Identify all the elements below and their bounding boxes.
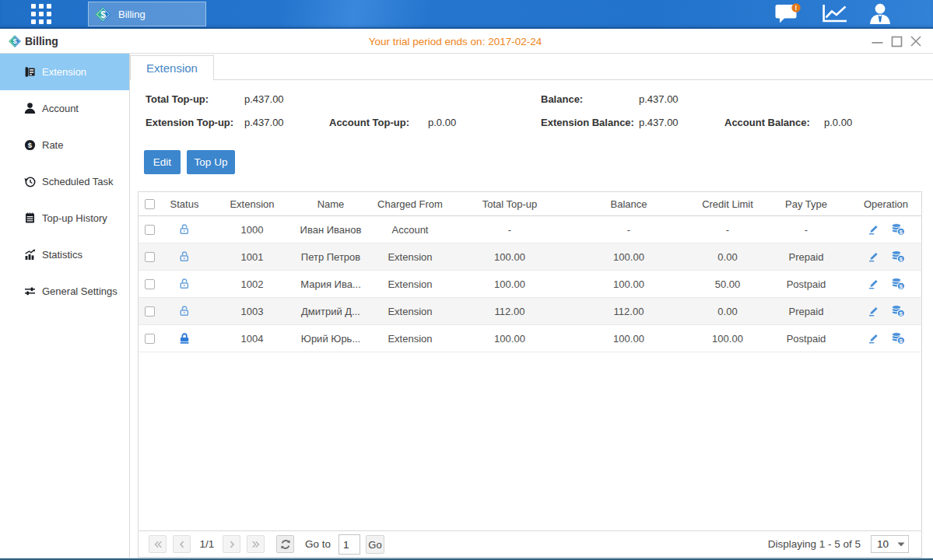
- summary-label-total-topup: Total Top-up:: [146, 92, 209, 107]
- first-page-button[interactable]: [149, 535, 167, 553]
- summary-value-account-balance: p.0.00: [824, 115, 852, 131]
- person-icon: [23, 102, 37, 115]
- history-clock-icon: [23, 175, 37, 188]
- caret-down-icon: [894, 536, 908, 552]
- lock-closed-icon: [177, 331, 191, 345]
- sidebar-item-scheduled-task[interactable]: Scheduled Task: [0, 163, 129, 200]
- table-row: 1003 Дмитрий Д... Extension 112.00 112.0…: [139, 298, 921, 325]
- row-checkbox[interactable]: [145, 306, 155, 317]
- table-row: 1004 Юрий Юрь... Extension 100.00 100.00…: [139, 325, 921, 352]
- cell-balance: 100.00: [564, 278, 693, 290]
- cell-credit-limit: 0.00: [693, 306, 762, 317]
- lock-open-icon: [177, 250, 191, 264]
- edit-pencil-icon[interactable]: [867, 223, 879, 236]
- refresh-icon[interactable]: [276, 535, 294, 553]
- summary-value-total-topup: p.437.00: [244, 92, 284, 107]
- last-page-button[interactable]: [247, 535, 265, 553]
- sidebar-item-general-settings[interactable]: General Settings: [0, 273, 129, 310]
- cell-pay-type: Prepaid: [762, 306, 851, 317]
- row-checkbox[interactable]: [145, 334, 155, 344]
- top-up-coins-icon[interactable]: [890, 222, 906, 236]
- top-up-coins-icon[interactable]: [890, 250, 906, 264]
- maximize-icon[interactable]: [890, 35, 903, 47]
- table-header-row: Status Extension Name Charged From Total…: [139, 192, 921, 216]
- cell-charged-from: Account: [365, 224, 455, 236]
- column-header-charged-from[interactable]: Charged From: [365, 198, 455, 210]
- edit-pencil-icon[interactable]: [867, 305, 879, 317]
- app-launcher-grid-icon[interactable]: [31, 4, 51, 24]
- sidebar-item-account[interactable]: Account: [0, 90, 129, 127]
- pagination-bar: 1/1 Go to Go Displaying 1 - 5 of 5 10: [139, 530, 921, 557]
- cell-credit-limit: 0.00: [693, 251, 762, 263]
- edit-pencil-icon[interactable]: [867, 278, 879, 290]
- sidebar-item-rate[interactable]: Rate: [0, 127, 129, 163]
- go-button[interactable]: Go: [366, 535, 384, 554]
- column-header-status[interactable]: Status: [161, 198, 208, 210]
- row-checkbox[interactable]: [145, 225, 155, 235]
- top-up-coins-icon[interactable]: [890, 331, 906, 345]
- summary-label-extension-balance: Extension Balance:: [541, 115, 634, 131]
- window-controls: [871, 29, 922, 54]
- column-header-credit-limit[interactable]: Credit Limit: [693, 198, 762, 210]
- sidebar-item-extension[interactable]: Extension: [0, 54, 129, 90]
- top-up-button[interactable]: Top Up: [187, 150, 235, 174]
- lock-open-icon: [177, 222, 191, 236]
- row-checkbox[interactable]: [145, 279, 155, 289]
- displaying-status: Displaying 1 - 5 of 5: [768, 531, 861, 557]
- page-size-dropdown[interactable]: 10: [871, 535, 909, 553]
- sidebar-item-label: Statistics: [42, 249, 82, 261]
- table-row: 1001 Петр Петров Extension 100.00 100.00…: [139, 243, 921, 271]
- line-chart-icon[interactable]: [822, 4, 847, 23]
- tab-extension[interactable]: Extension: [130, 55, 214, 80]
- sidebar-item-topup-history[interactable]: Top-up History: [0, 200, 129, 236]
- column-header-balance[interactable]: Balance: [564, 198, 693, 210]
- cell-charged-from: Extension: [365, 278, 455, 290]
- taskbar-item-label: Billing: [118, 9, 146, 20]
- billing-diamond-dollar-icon: [94, 5, 112, 23]
- select-all-checkbox[interactable]: [145, 199, 155, 209]
- cell-name: Юрий Юрь...: [296, 333, 365, 345]
- edit-pencil-icon[interactable]: [867, 250, 879, 263]
- column-header-extension[interactable]: Extension: [208, 198, 296, 210]
- screen: Billing Billing Your trial period ends o…: [0, 0, 933, 560]
- column-header-name[interactable]: Name: [296, 198, 365, 210]
- sidebar-item-label: Scheduled Task: [42, 176, 114, 187]
- column-header-operation[interactable]: Operation: [851, 198, 921, 210]
- sidebar-item-label: General Settings: [42, 285, 118, 297]
- cell-total-topup: 100.00: [455, 333, 564, 345]
- cell-name: Иван Иванов: [296, 224, 365, 236]
- previous-page-button[interactable]: [173, 535, 191, 553]
- sidebar: Extension Account Rate Scheduled Task To…: [0, 54, 130, 558]
- minimize-icon[interactable]: [871, 35, 883, 47]
- cell-credit-limit: -: [693, 224, 762, 236]
- top-up-coins-icon[interactable]: [890, 304, 906, 318]
- cell-charged-from: Extension: [365, 251, 455, 263]
- column-header-pay-type[interactable]: Pay Type: [762, 198, 851, 210]
- summary-value-extension-balance: p.437.00: [639, 115, 679, 131]
- row-checkbox[interactable]: [145, 252, 155, 262]
- cell-total-topup: 100.00: [455, 251, 564, 263]
- sidebar-item-statistics[interactable]: Statistics: [0, 236, 129, 273]
- cell-total-topup: 112.00: [455, 306, 564, 317]
- desktop-top-bar: Billing: [0, 0, 933, 29]
- chat-bubble-icon[interactable]: [774, 2, 801, 24]
- edit-pencil-icon[interactable]: [867, 332, 879, 345]
- cell-credit-limit: 50.00: [693, 278, 762, 290]
- lock-open-icon: [177, 277, 191, 291]
- user-icon[interactable]: [869, 3, 891, 24]
- close-icon[interactable]: [910, 35, 922, 47]
- cell-pay-type: Prepaid: [762, 251, 851, 263]
- column-header-total-topup[interactable]: Total Top-up: [455, 198, 564, 210]
- goto-page-input[interactable]: [338, 534, 360, 555]
- edit-button[interactable]: Edit: [144, 150, 181, 174]
- sidebar-item-label: Extension: [42, 66, 86, 78]
- window-title-bar: Billing Your trial period ends on: 2017-…: [0, 29, 933, 54]
- table-empty-area: [139, 352, 921, 530]
- summary-label-account-topup: Account Top-up:: [329, 115, 409, 131]
- cell-name: Петр Петров: [296, 251, 365, 263]
- next-page-button[interactable]: [223, 535, 240, 553]
- top-up-coins-icon[interactable]: [890, 277, 906, 291]
- cell-pay-type: Postpaid: [762, 333, 851, 345]
- sidebar-item-label: Top-up History: [42, 212, 107, 224]
- taskbar-item-billing[interactable]: Billing: [88, 2, 206, 26]
